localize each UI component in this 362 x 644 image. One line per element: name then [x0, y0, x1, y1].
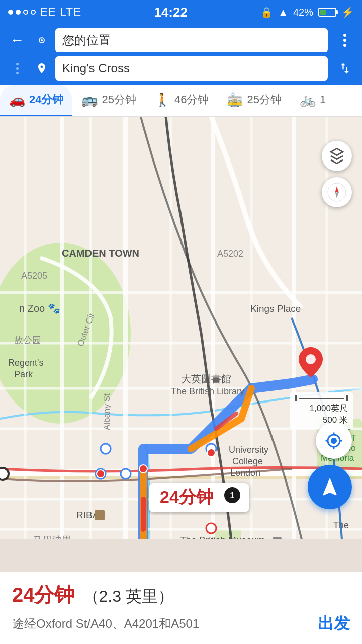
svg-text:Kings Place: Kings Place [250, 303, 301, 314]
svg-text:London: London [230, 468, 260, 478]
svg-text:A5205: A5205 [21, 271, 47, 281]
svg-rect-54 [95, 510, 105, 520]
bottom-panel: 24分钟 （2.3 英里） 途经Oxford St/A40、A4201和A501… [0, 572, 362, 644]
svg-rect-14 [60, 117, 64, 539]
map-svg: CAMDEN TOWN A5205 A5202 n Zoo 🐾 Kings Pl… [0, 117, 362, 539]
tab-driving[interactable]: 🚗 24分钟 [0, 85, 72, 116]
tab-cycling[interactable]: 🚲 1 [291, 85, 335, 116]
svg-point-34 [97, 470, 105, 478]
dot1 [8, 10, 13, 15]
svg-text:A5202: A5202 [217, 249, 243, 259]
svg-text:Park: Park [14, 369, 33, 379]
connector-dots [6, 63, 28, 74]
location-icon: ▲ [278, 7, 288, 18]
start-button[interactable]: 出发 [318, 613, 350, 635]
bike-icon: 🚲 [300, 92, 316, 108]
back-button[interactable]: ← [6, 29, 28, 51]
map-area[interactable]: CAMDEN TOWN A5205 A5202 n Zoo 🐾 Kings Pl… [0, 117, 362, 539]
dot4 [31, 10, 36, 15]
svg-text:The British Museum: The British Museum [180, 535, 265, 539]
svg-point-2 [41, 39, 43, 41]
svg-text:University: University [229, 445, 268, 455]
origin-input[interactable] [55, 28, 328, 52]
dot2 [16, 10, 21, 15]
svg-point-80 [328, 183, 346, 201]
scale-indicator: 1,000英尺 500 米 [290, 392, 353, 429]
tab-walking[interactable]: 🚶 46分钟 [145, 85, 218, 116]
svg-text:College: College [232, 456, 263, 466]
walking-duration: 46分钟 [174, 92, 209, 107]
status-bar: EE LTE 14:22 🔒 ▲ 42% ⚡ [0, 0, 362, 24]
svg-text:n Zoo 🐾: n Zoo 🐾 [19, 302, 60, 314]
tab-transit[interactable]: 🚌 25分钟 [72, 85, 145, 116]
train-icon: 🚋 [227, 92, 243, 108]
dot-1 [343, 34, 346, 37]
dot-2 [343, 39, 346, 42]
svg-text:24分钟: 24分钟 [160, 487, 213, 506]
svg-point-33 [139, 465, 147, 473]
status-left: EE LTE [8, 5, 81, 19]
route-via: 途经Oxford St/A40、A4201和A501 [12, 616, 199, 632]
destination-input[interactable] [55, 56, 328, 80]
svg-point-27 [121, 469, 131, 479]
more-options-button[interactable] [334, 29, 356, 51]
battery-percent: 42% [293, 7, 313, 18]
svg-point-29 [101, 444, 111, 454]
clock: 14:22 [154, 5, 188, 20]
svg-rect-59 [273, 537, 282, 539]
route-distance: （2.3 英里） [83, 586, 174, 608]
route-time: 24分钟 [12, 581, 75, 609]
tab-rail[interactable]: 🚋 25分钟 [218, 85, 290, 116]
svg-text:大英圖書館: 大英圖書館 [181, 373, 231, 384]
compass-button[interactable] [322, 177, 352, 207]
rail-duration: 25分钟 [247, 92, 281, 107]
svg-rect-12 [211, 117, 215, 539]
nav-header: ← [0, 24, 362, 85]
car-icon: 🚗 [9, 92, 25, 108]
status-right: 🔒 ▲ 42% ⚡ [260, 6, 354, 18]
lock-icon: 🔒 [260, 6, 273, 18]
svg-text:CAMDEN TOWN: CAMDEN TOWN [62, 248, 139, 259]
svg-point-31 [206, 523, 216, 533]
svg-point-35 [207, 449, 215, 457]
bus-icon: 🚌 [81, 92, 98, 108]
svg-text:故公园: 故公园 [14, 335, 41, 345]
location-dot-icon [34, 33, 49, 48]
layers-button[interactable] [322, 141, 352, 171]
svg-text:The British Library: The British Library [171, 386, 244, 396]
svg-point-28 [0, 468, 9, 480]
carrier-label: EE [40, 5, 56, 19]
network-type: LTE [60, 5, 81, 19]
transit-duration: 25分钟 [102, 92, 136, 107]
origin-row: ← [6, 28, 356, 52]
route-summary: 24分钟 （2.3 英里） [12, 581, 350, 609]
cycling-duration: 1 [320, 93, 326, 106]
battery-indicator [318, 8, 336, 17]
svg-point-71 [306, 354, 316, 364]
driving-duration: 24分钟 [29, 92, 63, 107]
dot3 [23, 10, 28, 15]
dot-3 [343, 44, 346, 47]
svg-text:马里波恩: 马里波恩 [33, 535, 71, 539]
transport-tabs: 🚗 24分钟 🚌 25分钟 🚶 46分钟 🚋 25分钟 🚲 1 [0, 85, 362, 117]
svg-text:Regent's: Regent's [8, 358, 43, 368]
signal-dots [8, 10, 36, 15]
destination-pin-icon [34, 61, 49, 76]
walking-icon: 🚶 [154, 92, 170, 108]
svg-text:The: The [333, 520, 349, 530]
route-details-row: 途经Oxford St/A40、A4201和A501 出发 [12, 613, 350, 635]
svg-text:1: 1 [230, 491, 235, 500]
destination-row [6, 56, 356, 80]
scale-label-feet: 1,000英尺 [295, 403, 348, 414]
scale-label-meters: 500 米 [295, 414, 348, 426]
charge-icon: ⚡ [341, 6, 354, 18]
swap-directions-button[interactable] [334, 57, 356, 79]
svg-text:Albany St: Albany St [102, 393, 112, 430]
start-navigation-button[interactable] [308, 465, 352, 509]
